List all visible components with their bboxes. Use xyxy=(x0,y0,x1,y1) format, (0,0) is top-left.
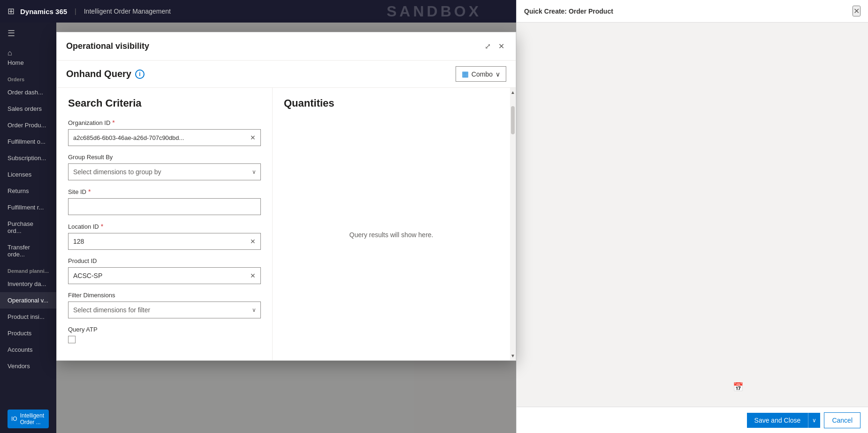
sidebar-item-inventory-da[interactable]: Inventory da... xyxy=(0,276,56,292)
operational-visibility-modal: Operational visibility ⤢ ✕ Onhand Query … xyxy=(56,32,516,361)
org-id-input[interactable]: a2c685d6-6b03-46ae-a26d-707c90dbd... ✕ xyxy=(68,129,261,146)
site-id-label: Site ID * xyxy=(68,188,261,195)
org-id-field-group: Organization ID * a2c685d6-6b03-46ae-a26… xyxy=(68,119,261,146)
sidebar-demand-header: Demand planni... xyxy=(0,263,56,276)
quick-create-header: Quick Create: Order Product ✕ xyxy=(517,0,868,23)
filter-dimensions-select[interactable]: Select dimensions for filter xyxy=(68,302,261,318)
sidebar-item-product-insi[interactable]: Product insi... xyxy=(0,309,56,325)
dynamics-logo: Dynamics 365 xyxy=(20,8,67,15)
group-result-by-label: Group Result By xyxy=(68,154,261,161)
calendar-icon: 📅 xyxy=(733,382,743,392)
sidebar-fulfillment-o-label: Fulfillment o... xyxy=(8,138,46,145)
save-and-close-group: Save and Close ∨ xyxy=(747,413,821,428)
location-id-label: Location ID * xyxy=(68,223,261,230)
sidebar-orders-header: Orders xyxy=(0,71,56,84)
sidebar-licenses-label: Licenses xyxy=(8,171,31,178)
sidebar-toggle[interactable]: ☰ xyxy=(0,23,56,44)
onhand-query-title-group: Onhand Query i xyxy=(66,69,145,79)
sidebar-item-vendors[interactable]: Vendors xyxy=(0,358,56,374)
org-id-clear-button[interactable]: ✕ xyxy=(250,134,256,141)
site-id-input[interactable] xyxy=(68,198,261,215)
sidebar-item-fulfillment-o[interactable]: Fulfillment o... xyxy=(0,133,56,150)
sidebar-fulfillment-r-label: Fulfillment r... xyxy=(8,204,44,211)
io-icon: IO xyxy=(11,416,17,422)
sidebar-item-order-dash[interactable]: Order dash... xyxy=(0,84,56,101)
sidebar-item-subscriptions[interactable]: Subscription... xyxy=(0,150,56,166)
site-id-text-input[interactable] xyxy=(73,203,256,210)
modal-header-actions: ⤢ ✕ xyxy=(483,40,506,53)
filter-dimensions-wrapper: Select dimensions for filter ∨ xyxy=(68,302,261,318)
site-id-field-group: Site ID * xyxy=(68,188,261,215)
quick-create-footer: 📅 Save and Close ∨ Cancel xyxy=(517,407,868,433)
scrollbar-thumb[interactable] xyxy=(511,106,515,134)
sidebar-item-fulfillment-r[interactable]: Fulfillment r... xyxy=(0,199,56,216)
modal-expand-button[interactable]: ⤢ xyxy=(483,40,493,53)
quantities-title: Quantities xyxy=(284,97,499,109)
product-id-value: ACSC-SP xyxy=(73,272,102,279)
io-label: Intelligent Order ... xyxy=(20,412,45,425)
grid-icon[interactable]: ⊞ xyxy=(8,6,15,16)
cancel-button[interactable]: Cancel xyxy=(824,412,860,428)
modal-header: Operational visibility ⤢ ✕ xyxy=(57,32,516,61)
sidebar-item-home[interactable]: ⌂ Home xyxy=(0,44,56,71)
location-id-input[interactable]: 128 ✕ xyxy=(68,233,261,250)
sidebar-transfer-label: Transfer orde... xyxy=(8,244,49,258)
info-icon[interactable]: i xyxy=(135,70,145,79)
save-and-close-arrow-button[interactable]: ∨ xyxy=(808,413,820,428)
sidebar-item-order-produ[interactable]: Order Produ... xyxy=(0,117,56,133)
nav-separator: | xyxy=(75,8,76,15)
sidebar-item-accounts[interactable]: Accounts xyxy=(0,341,56,358)
sidebar-home-label: Home xyxy=(8,59,24,66)
quantities-panel: Quantities Query results will show here. xyxy=(273,88,510,360)
sandbox-label: SANDBOX xyxy=(387,3,481,20)
combo-grid-icon: ▦ xyxy=(462,70,469,78)
sidebar-item-transfer-ord[interactable]: Transfer orde... xyxy=(0,239,56,263)
sidebar-operational-label: Operational v... xyxy=(8,297,48,304)
query-atp-label: Query ATP xyxy=(68,326,261,333)
location-id-value: 128 xyxy=(73,238,84,245)
modal-close-button[interactable]: ✕ xyxy=(496,40,506,53)
site-id-required-star: * xyxy=(88,188,91,195)
sidebar-products-label: Products xyxy=(8,330,31,337)
filter-dimensions-field-group: Filter Dimensions Select dimensions for … xyxy=(68,292,261,318)
sidebar-accounts-label: Accounts xyxy=(8,346,32,353)
quantities-empty-message: Query results will show here. xyxy=(284,119,499,351)
modal-scrollbar: ▲ ▼ xyxy=(510,88,516,360)
location-id-required-star: * xyxy=(101,223,103,230)
sidebar-item-returns[interactable]: Returns xyxy=(0,183,56,199)
combo-label: Combo xyxy=(472,70,493,78)
modal-overlay: Operational visibility ⤢ ✕ Onhand Query … xyxy=(56,23,516,433)
product-id-label: Product ID xyxy=(68,257,261,264)
sidebar-sales-label: Sales orders xyxy=(8,105,42,112)
sidebar-item-products[interactable]: Products xyxy=(0,325,56,341)
group-result-by-select[interactable]: Select dimensions to group by xyxy=(68,163,261,180)
sidebar-vendors-label: Vendors xyxy=(8,363,30,370)
sidebar-item-purchase-ord[interactable]: Purchase ord... xyxy=(0,216,56,239)
scrollbar-up-arrow[interactable]: ▲ xyxy=(509,88,516,97)
sidebar-order-produ-label: Order Produ... xyxy=(8,122,46,129)
sidebar-purchase-label: Purchase ord... xyxy=(8,220,49,234)
combo-button[interactable]: ▦ Combo ∨ xyxy=(456,66,506,82)
quick-create-title: Quick Create: Order Product xyxy=(524,8,613,15)
sidebar-item-licenses[interactable]: Licenses xyxy=(0,166,56,183)
sidebar-item-operational-v[interactable]: Operational v... xyxy=(0,292,56,309)
filter-dimensions-label: Filter Dimensions xyxy=(68,292,261,299)
product-id-clear-button[interactable]: ✕ xyxy=(250,272,256,279)
search-criteria-panel: Search Criteria Organization ID * a2c685… xyxy=(57,88,273,360)
quick-create-close-button[interactable]: ✕ xyxy=(853,6,860,16)
modal-subheader: Onhand Query i ▦ Combo ∨ xyxy=(57,61,516,88)
sidebar-io-badge[interactable]: IO Intelligent Order ... xyxy=(8,410,49,428)
org-id-value: a2c685d6-6b03-46ae-a26d-707c90dbd... xyxy=(73,134,248,141)
org-id-required-star: * xyxy=(112,119,114,126)
location-id-clear-button[interactable]: ✕ xyxy=(250,238,256,245)
modal-body: Search Criteria Organization ID * a2c685… xyxy=(57,88,516,360)
sidebar-product-insi-label: Product insi... xyxy=(8,313,45,320)
query-atp-checkbox[interactable] xyxy=(68,336,76,343)
product-id-input[interactable]: ACSC-SP ✕ xyxy=(68,267,261,284)
sidebar-item-sales-orders[interactable]: Sales orders xyxy=(0,101,56,117)
save-and-close-button[interactable]: Save and Close xyxy=(747,413,808,428)
sidebar: ☰ ⌂ Home Orders Order dash... Sales orde… xyxy=(0,0,56,433)
modal-title: Operational visibility xyxy=(66,41,149,51)
app-name: Intelligent Order Management xyxy=(84,8,171,15)
scrollbar-down-arrow[interactable]: ▼ xyxy=(509,351,516,360)
